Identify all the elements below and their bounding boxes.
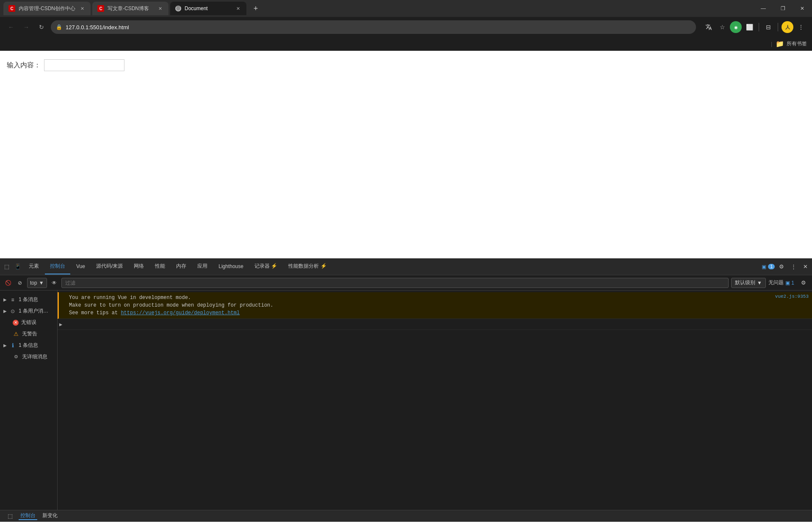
messages-icon: ≡: [9, 296, 16, 303]
sidebar-item-info[interactable]: ▶ ℹ 1 条信息: [0, 340, 57, 351]
maximize-button[interactable]: ❐: [773, 0, 793, 17]
expand-icon-user: ▶: [3, 309, 7, 313]
browser-tab-3[interactable]: Document ✕: [170, 2, 246, 15]
split-view-icon[interactable]: ⊟: [762, 21, 774, 33]
tab-close-3[interactable]: ✕: [235, 5, 241, 12]
address-input-wrap[interactable]: 🔒 127.0.0.1:5501/index.html: [51, 20, 696, 34]
context-chevron-icon: ▼: [39, 280, 44, 286]
no-issues-label: 无问题: [768, 279, 784, 286]
context-value: top: [30, 280, 37, 286]
console-line-1: You are running Vue in development mode.: [69, 295, 191, 301]
devtools-bottombar: ⬚ 控制台 新变化: [0, 510, 812, 522]
sidebar-item-errors[interactable]: ✕ 无错误: [0, 317, 57, 328]
devtools-tab-recorder[interactable]: 记录器 ⚡: [249, 259, 282, 274]
console-message-2: ▶: [58, 319, 812, 330]
translate-icon[interactable]: [703, 21, 715, 33]
expand-icon-messages: ▶: [3, 297, 7, 302]
devtools-top-actions: ▣ 1 ⚙ ⋮ ✕: [762, 262, 810, 272]
devtools-tab-vue[interactable]: Vue: [71, 259, 90, 274]
issues-icon: ▣: [762, 264, 766, 270]
address-text: 127.0.0.1:5501/index.html: [66, 24, 691, 30]
devtools-tab-application[interactable]: 应用: [192, 259, 213, 274]
sidebar-label-verbose: 无详细消息: [22, 353, 47, 360]
issues-count[interactable]: ▣ 1: [785, 280, 794, 286]
console-settings-icon[interactable]: ⚙: [798, 278, 809, 288]
devtools-tab-elements[interactable]: 元素: [24, 259, 44, 274]
devtools-inspect-icon[interactable]: ⬚: [2, 262, 12, 272]
filter-icon[interactable]: ⊘: [15, 278, 25, 288]
sidebar-item-user-messages[interactable]: ▶ ⊙ 1 条用户消…: [0, 305, 57, 317]
tab-title-3: Document: [185, 6, 231, 11]
new-tab-button[interactable]: +: [250, 3, 262, 14]
level-select[interactable]: 默认级别 ▼: [731, 278, 766, 288]
bookmarks-label: 所有书签: [787, 40, 807, 47]
browser-tab-2[interactable]: C 写文章-CSDN博客 ✕: [92, 2, 168, 15]
page-input-label: 输入内容：: [7, 61, 41, 70]
toolbar-divider: [759, 23, 759, 31]
minimize-button[interactable]: —: [754, 0, 773, 17]
bottom-tab-console[interactable]: 控制台: [19, 512, 37, 520]
info-icon: ℹ: [9, 342, 16, 349]
clear-console-icon[interactable]: 🚫: [3, 278, 13, 288]
tab-bar-left: C 内容管理-CSDN创作中心 ✕ C 写文章-CSDN博客 ✕ Documen…: [3, 2, 262, 15]
level-chevron-icon: ▼: [757, 280, 762, 286]
tab-favicon-1: C: [8, 5, 15, 12]
sidebar-label-user-messages: 1 条用户消…: [19, 307, 48, 315]
devtools-console[interactable]: You are running Vue in development mode.…: [58, 291, 812, 510]
sidebar-item-verbose[interactable]: ⚙ 无详细消息: [0, 351, 57, 363]
devtools-more-icon[interactable]: ⋮: [788, 262, 798, 272]
issues-badge: 1: [768, 264, 775, 269]
level-value: 默认级别: [735, 279, 755, 286]
tab-favicon-3: [175, 6, 181, 11]
verbose-icon: ⚙: [13, 354, 19, 360]
browser-tab-1[interactable]: C 内容管理-CSDN创作中心 ✕: [3, 2, 91, 15]
forward-button[interactable]: →: [20, 21, 32, 33]
tab-close-2[interactable]: ✕: [157, 5, 163, 12]
context-select[interactable]: top ▼: [27, 278, 47, 288]
tab-bar: C 内容管理-CSDN创作中心 ✕ C 写文章-CSDN博客 ✕ Documen…: [0, 0, 812, 17]
profile-icon[interactable]: 人: [782, 21, 793, 33]
page-input-field[interactable]: [44, 59, 124, 71]
expand-icon-info: ▶: [3, 343, 7, 348]
bookmark-icon[interactable]: ☆: [716, 21, 728, 33]
extension-1-icon[interactable]: ◉: [730, 21, 742, 33]
console-link-1[interactable]: https://vuejs.org/guide/deployment.html: [121, 310, 240, 316]
error-icon: ✕: [13, 320, 19, 326]
browser-chrome: C 内容管理-CSDN创作中心 ✕ C 写文章-CSDN博客 ✕ Documen…: [0, 0, 812, 51]
expand-arrow-icon[interactable]: ▶: [59, 321, 66, 328]
sidebar-label-info: 1 条信息: [19, 342, 38, 349]
eye-icon[interactable]: 👁: [50, 278, 59, 288]
bottom-tab-new-changes[interactable]: 新变化: [41, 512, 59, 520]
back-button[interactable]: ←: [5, 21, 17, 33]
devtools-main: ▶ ≡ 1 条消息 ▶ ⊙ 1 条用户消… ✕ 无错误 ⚠ 无警告: [0, 291, 812, 510]
extension-2-icon[interactable]: ⬜: [743, 21, 755, 33]
bookmarks-bar: | 📁 所有书签: [0, 37, 812, 51]
devtools-tab-lighthouse[interactable]: Lighthouse: [213, 259, 249, 274]
console-line-2: Make sure to turn on production mode whe…: [69, 302, 273, 308]
devtools-tab-performance[interactable]: 性能: [150, 259, 170, 274]
devtools-settings-icon[interactable]: ⚙: [776, 262, 787, 272]
sidebar-item-messages[interactable]: ▶ ≡ 1 条消息: [0, 294, 57, 305]
issues-button[interactable]: ▣ 1: [762, 264, 775, 270]
bottom-inspect-icon[interactable]: ⬚: [5, 511, 15, 521]
devtools-close-icon[interactable]: ✕: [800, 262, 810, 272]
sidebar-item-warnings[interactable]: ⚠ 无警告: [0, 328, 57, 340]
tab-close-1[interactable]: ✕: [79, 5, 86, 12]
close-button[interactable]: ✕: [793, 0, 812, 17]
devtools-tab-network[interactable]: 网络: [129, 259, 149, 274]
no-issues-area: 无问题 ▣ 1: [768, 279, 794, 286]
devtools-sidebar: ▶ ≡ 1 条消息 ▶ ⊙ 1 条用户消… ✕ 无错误 ⚠ 无警告: [0, 291, 58, 510]
devtools-device-icon[interactable]: 📱: [13, 262, 23, 272]
user-icon: ⊙: [9, 308, 16, 315]
sidebar-label-warnings: 无警告: [22, 330, 37, 338]
filter-input[interactable]: [61, 278, 729, 288]
devtools-tab-memory[interactable]: 内存: [171, 259, 191, 274]
console-text-1: You are running Vue in development mode.…: [69, 294, 775, 317]
devtools-tab-sources[interactable]: 源代码/来源: [91, 259, 128, 274]
menu-icon[interactable]: ⋮: [795, 21, 807, 33]
reload-button[interactable]: ↻: [36, 21, 47, 33]
devtools-tab-console[interactable]: 控制台: [45, 259, 70, 274]
devtools-tab-perf-insights[interactable]: 性能数据分析 ⚡: [283, 259, 331, 274]
console-file-ref-1[interactable]: vue2.js:9353: [775, 294, 809, 299]
console-message-1: You are running Vue in development mode.…: [58, 292, 812, 319]
